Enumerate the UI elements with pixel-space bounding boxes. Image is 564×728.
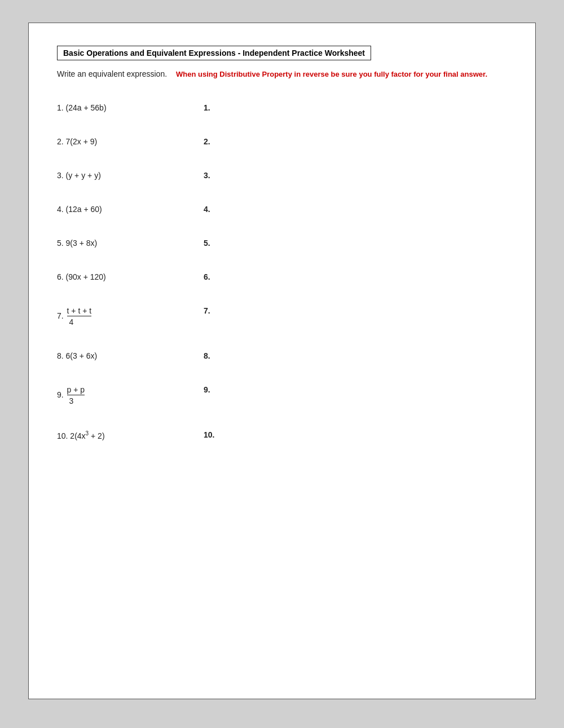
problem-1-expression: 1. (24a + 56b) (57, 91, 204, 125)
problem-7-expression: 7. t + t + t 4 (57, 294, 204, 339)
instruction-note: When using Distributive Property in reve… (176, 69, 487, 80)
problem-3-answer-label: 3. (204, 158, 237, 192)
problem-6-answer-label: 6. (204, 260, 237, 294)
problem-3-expression: 3. (y + y + y) (57, 158, 204, 192)
problem-2-answer-area (237, 125, 507, 158)
worksheet-title: Basic Operations and Equivalent Expressi… (57, 46, 371, 60)
problem-2-expression: 2. 7(2x + 9) (57, 125, 204, 158)
problem-8-answer-area (237, 339, 507, 373)
problem-6-answer-area (237, 260, 507, 294)
problem-8-expression: 8. 6(3 + 6x) (57, 339, 204, 373)
problem-5-answer-area (237, 226, 507, 260)
problem-4-answer-area (237, 192, 507, 226)
problem-10-expression: 10. 2(4x3 + 2) (57, 418, 204, 453)
problem-4-answer-label: 4. (204, 192, 237, 226)
problem-1-answer-area (237, 91, 507, 125)
problem-5-answer-label: 5. (204, 226, 237, 260)
problem-9-answer-area (237, 373, 507, 418)
problem-6-expression: 6. (90x + 120) (57, 260, 204, 294)
problem-8-answer-label: 8. (204, 339, 237, 373)
instruction-text: Write an equivalent expression. (57, 69, 167, 78)
problem-5-expression: 5. 9(3 + 8x) (57, 226, 204, 260)
problem-3-answer-area (237, 158, 507, 192)
problem-10-answer-label: 10. (204, 418, 237, 453)
problem-4-expression: 4. (12a + 60) (57, 192, 204, 226)
problem-9-answer-label: 9. (204, 373, 237, 418)
problem-9-expression: 9. p + p 3 (57, 373, 204, 418)
instruction-row: Write an equivalent expression. When usi… (57, 69, 507, 80)
problem-2-answer-label: 2. (204, 125, 237, 158)
page-container: Basic Operations and Equivalent Expressi… (28, 23, 536, 699)
problem-7-answer-area (237, 294, 507, 339)
problem-7-answer-label: 7. (204, 294, 237, 339)
problems-grid: 1. (24a + 56b) 1. 2. 7(2x + 9) 2. 3. (y … (57, 91, 507, 453)
problem-10-answer-area (237, 418, 507, 453)
problem-1-answer-label: 1. (204, 91, 237, 125)
